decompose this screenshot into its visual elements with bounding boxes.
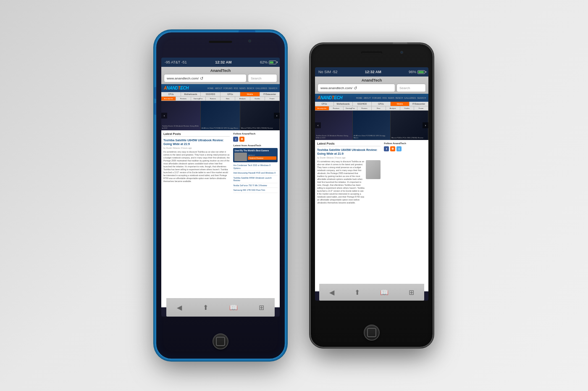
volume-down-button-5c[interactable] xyxy=(154,103,156,115)
search-bar-4s[interactable]: Search xyxy=(396,84,426,92)
carousel-next-4s[interactable]: › xyxy=(423,122,428,128)
volume-up-button-5c[interactable] xyxy=(154,87,156,99)
refresh-icon-4s[interactable]: ↺ xyxy=(354,86,357,90)
carrier-text-5c: -95 AT&T -51 xyxy=(165,60,187,64)
sub-tab-forum[interactable]: Forum xyxy=(265,97,280,100)
search-placeholder-5c: Search xyxy=(251,77,261,80)
sub-tab-rumors-4s[interactable]: Rumors xyxy=(357,106,372,110)
url-bar-row-4s: www.anandtech.com/ ↺ Search xyxy=(318,84,426,92)
sidebar-link-4[interactable]: Nvidia GeForce 750 Ti Wk 3 Review xyxy=(233,184,278,188)
sidebar-link-1[interactable]: Ars Condenser Tech SSD or Windows 8 Opti… xyxy=(233,164,278,171)
carousel-caption-3-4s: Micron P420m PCIe SSD (700GB) Review xyxy=(391,137,423,139)
iphone-5c: -95 AT&T -51 12:32 AM 62% AnandTech www.… xyxy=(155,32,286,359)
sub-tab-forum-4s[interactable]: Forum xyxy=(414,106,428,110)
follow-section-5c: Follow AnandTech xyxy=(233,132,278,135)
nav-tab-cpus-5c[interactable]: CPUs xyxy=(161,92,181,96)
sub-tab-new[interactable]: New xyxy=(220,97,235,100)
refresh-icon-5c[interactable]: ↺ xyxy=(200,76,203,81)
newsletter-btn[interactable]: Submit Review xyxy=(248,156,276,160)
sidebar-link-5[interactable]: Samsung 840 1TB SSD Post-Trim xyxy=(233,189,278,193)
social-icons-5c: f ⊕ xyxy=(233,137,278,142)
nav-tab-gpus-5c[interactable]: GPUs xyxy=(220,92,240,96)
scene: -95 AT&T -51 12:32 AM 62% AnandTech www.… xyxy=(0,0,588,391)
power-button-5c[interactable] xyxy=(239,30,255,32)
logo-t-5c: T xyxy=(178,86,181,90)
carousel-prev-5c[interactable]: ‹ xyxy=(161,113,167,119)
battery-percent-4s: 96% xyxy=(409,70,416,74)
sub-tab-anandpedia-4s[interactable]: Anandpedia xyxy=(315,106,329,110)
sub-tab-guides[interactable]: Guides xyxy=(250,97,265,100)
content-right-4s: Follow AnandTech f ⊕ t xyxy=(384,142,426,204)
share-button-4s[interactable]: ⬆ xyxy=(354,288,360,296)
home-button-5c[interactable] xyxy=(213,333,228,349)
share-button-5c[interactable]: ⬆ xyxy=(203,304,208,312)
volume-button-4s[interactable] xyxy=(309,95,311,105)
nav-tab-motherboards-4s[interactable]: Motherboards xyxy=(334,102,353,106)
browser-chrome-4s: AnandTech www.anandtech.com/ ↺ Search xyxy=(315,77,428,94)
content-left-4s: Latest Posts Toshiba Satellite U845W Ult… xyxy=(317,142,381,204)
sub-tab-picks-4s[interactable]: GamingPics xyxy=(344,106,358,110)
sub-tab-reviews-4s[interactable]: Reviews xyxy=(329,106,344,110)
social-icons-4s: f ⊕ t xyxy=(384,146,426,151)
sub-tab-analysis[interactable]: Analysis xyxy=(235,97,250,100)
article-title-4s[interactable]: Toshiba Satellite U845W Ultrabook Review… xyxy=(317,148,381,156)
anandtech-header-4s: ANANDTECH HOME ABOUT FORUMS RSS NEWS BEN… xyxy=(315,94,428,102)
nav-tab-gpus-4s[interactable]: GPUs xyxy=(372,102,391,106)
content-area-4s: Latest Posts Toshiba Satellite U845W Ult… xyxy=(315,140,428,206)
logo-t-4s: T xyxy=(332,95,334,100)
carousel-5c: ‹ Toshiba Excite 13 Ultrabook Review: Go… xyxy=(161,101,280,130)
sub-tab-picks[interactable]: GamingPics xyxy=(191,97,206,100)
bookmarks-button-4s[interactable]: 📖 xyxy=(380,288,388,296)
url-text-5c: www.anandtech.com/ xyxy=(167,77,199,80)
carousel-item-1-5c: Toshiba Excite 13 Ultrabook Review: Goin… xyxy=(161,101,201,130)
nav-tab-motherboards-5c[interactable]: Motherboards xyxy=(181,92,201,96)
sub-tab-analysis-4s[interactable]: Analysis xyxy=(386,106,400,110)
url-bar-4s[interactable]: www.anandtech.com/ ↺ xyxy=(318,84,395,92)
sidebar-link-3[interactable]: Toshiba Satellite 845W Ultrabook Launch … xyxy=(233,177,278,183)
browser-title-5c: AnandTech xyxy=(164,69,277,73)
nav-tab-mobile-5c[interactable]: Mobile xyxy=(240,92,260,96)
carousel-caption-1-5c: Toshiba Excite 13 Ultrabook Review: Goin… xyxy=(162,125,200,129)
twitter-icon-4s[interactable]: t xyxy=(396,146,402,151)
status-carrier-4s: No SIM -52 xyxy=(318,70,338,74)
status-time-5c: 12:32 AM xyxy=(215,60,231,64)
carousel-next-5c[interactable]: › xyxy=(274,113,280,119)
search-bar-5c[interactable]: Search xyxy=(248,74,277,82)
carousel-caption-2-5c: At ADmirc Drive P170HM-G2 GFX Grungy Mac… xyxy=(202,127,238,129)
back-button-5c[interactable]: ◀ xyxy=(177,304,182,312)
back-button-4s[interactable]: ◀ xyxy=(329,288,334,296)
article-title-5c[interactable]: Toshiba Satellite U845W Ultrabook Review… xyxy=(163,138,230,146)
nav-tab-mobile-4s[interactable]: Mobile xyxy=(391,102,410,106)
bookmarks-button-5c[interactable]: 📖 xyxy=(229,304,238,312)
sub-tab-rumors[interactable]: Rumors xyxy=(206,97,220,100)
rss-icon-4s[interactable]: ⊕ xyxy=(390,146,395,151)
carousel-4s: ‹ Toshiba Excite 13 Ultrabook Review: Go… xyxy=(315,111,428,140)
rss-icon-5c[interactable]: ⊕ xyxy=(239,137,244,142)
article-with-thumb: It's sometimes very easy to discount Tos… xyxy=(317,160,381,204)
bottom-bar-4s: ◀ ⬆ 📖 ⊞ xyxy=(319,284,424,301)
sub-tab-reviews[interactable]: Reviews xyxy=(176,97,191,100)
nav-tab-ssdhdd-4s[interactable]: SSD/HDD xyxy=(353,102,372,106)
tabs-button-4s[interactable]: ⊞ xyxy=(409,288,414,296)
url-text-4s: www.anandtech.com/ xyxy=(320,86,352,90)
home-button-4s[interactable] xyxy=(364,325,380,341)
newsletter-box-5c: Used By The World's Best Gamers PATRIOT … xyxy=(233,148,278,162)
article-meta-5c: by Dustin Sklavos 3 hours ago xyxy=(163,147,230,149)
sub-tab-anandpedia[interactable]: Anandpedia xyxy=(161,97,176,100)
iphone-4s: No SIM -52 12:32 AM 96% AnandTech www.an… xyxy=(311,44,433,347)
tabs-button-5c[interactable]: ⊞ xyxy=(259,304,264,312)
power-button-4s[interactable] xyxy=(393,42,407,44)
carousel-prev-4s[interactable]: ‹ xyxy=(315,122,321,128)
latest-posts-header-4s: Latest Posts xyxy=(317,142,381,146)
nav-tab-cpus-4s[interactable]: CPUs xyxy=(315,102,334,106)
sub-tab-guides-4s[interactable]: Guides xyxy=(400,106,415,110)
nav-tab-ssdhdd-5c[interactable]: SSD/HDD xyxy=(201,92,220,96)
nav-tab-it-5c[interactable]: IT/Datacenter xyxy=(260,92,280,96)
latest-from-5c: Latest from AnandTech xyxy=(233,144,278,147)
sidebar-link-2[interactable]: Intel discussing Haswell HVD and Windows… xyxy=(233,172,278,176)
facebook-icon-4s[interactable]: f xyxy=(384,146,389,151)
sub-tab-new-4s[interactable]: New xyxy=(372,106,386,110)
url-bar-5c[interactable]: www.anandtech.com/ ↺ xyxy=(164,74,247,82)
facebook-icon-5c[interactable]: f xyxy=(233,137,238,142)
nav-tab-it-4s[interactable]: IT/Datacenter xyxy=(410,102,428,106)
